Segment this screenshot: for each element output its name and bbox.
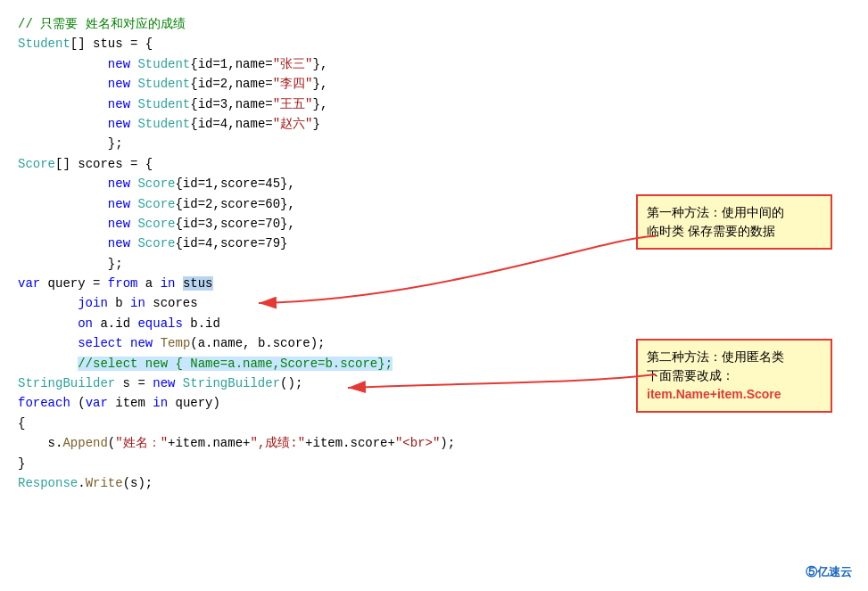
- code-line-23: }: [18, 454, 850, 473]
- code-line-14: var query = from a in stus: [18, 274, 850, 293]
- code-line-15: join b in scores: [18, 293, 850, 313]
- code-line-22: s.Append("姓名："+item.name+",成绩:"+item.sco…: [18, 433, 850, 453]
- annotation-box-2-line2: 下面需要改成：: [647, 368, 734, 382]
- code-line-16: on a.id equals b.id: [18, 314, 850, 333]
- code-line-9: new Score{id=1,score=45},: [18, 174, 850, 193]
- code-line-3: new Student{id=1,name="张三"},: [18, 54, 850, 74]
- code-line-1: // 只需要 姓名和对应的成绩: [18, 14, 850, 34]
- code-line-24: Response.Write(s);: [18, 473, 850, 493]
- code-line-21: {: [18, 414, 850, 433]
- code-line-8: Score[] scores = {: [18, 154, 850, 174]
- watermark: ⑤亿速云: [806, 563, 852, 582]
- annotation-box-2-title: 第二种方法：使用匿名类: [647, 349, 784, 364]
- annotation-box-2: 第二种方法：使用匿名类 下面需要改成： item.Name+item.Score: [636, 339, 832, 413]
- annotation-box-1-body: 临时类 保存需要的数据: [647, 224, 775, 238]
- code-line-5: new Student{id=3,name="王五"},: [18, 94, 850, 114]
- code-line-6: new Student{id=4,name="赵六"}: [18, 114, 850, 134]
- code-line-7: };: [18, 134, 850, 153]
- annotation-box-1: 第一种方法：使用中间的 临时类 保存需要的数据: [636, 194, 832, 250]
- code-line-4: new Student{id=2,name="李四"},: [18, 74, 850, 94]
- code-line-2: Student[] stus = {: [18, 34, 850, 53]
- code-area: // 只需要 姓名和对应的成绩 Student[] stus = { new S…: [0, 0, 868, 591]
- code-line-13: };: [18, 254, 850, 274]
- annotation-box-2-code: item.Name+item.Score: [647, 387, 781, 401]
- annotation-box-1-title: 第一种方法：使用中间的: [647, 205, 784, 219]
- watermark-text: ⑤亿速云: [806, 565, 852, 579]
